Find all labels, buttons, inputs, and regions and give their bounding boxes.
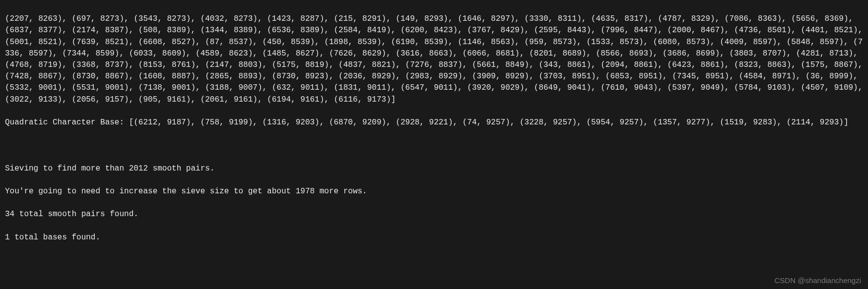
smooth-pairs-count: 34 total smooth pairs found.	[5, 209, 863, 220]
blank-line	[5, 278, 863, 289]
coordinate-pairs: (2207, 8263), (697, 8273), (3543, 8273),…	[5, 13, 863, 106]
bases-count: 1 total bases found.	[5, 232, 863, 243]
sieving-status: Sieving to find more than 2012 smooth pa…	[5, 163, 863, 174]
blank-line	[5, 140, 863, 151]
terminal-output[interactable]: (2207, 8263), (697, 8273), (3543, 8273),…	[0, 0, 868, 289]
blank-line	[5, 255, 863, 266]
quadratic-character-base: Quadratic Character Base: [(6212, 9187),…	[5, 117, 863, 128]
sieve-increase-warning: You're going to need to increase the sie…	[5, 186, 863, 197]
